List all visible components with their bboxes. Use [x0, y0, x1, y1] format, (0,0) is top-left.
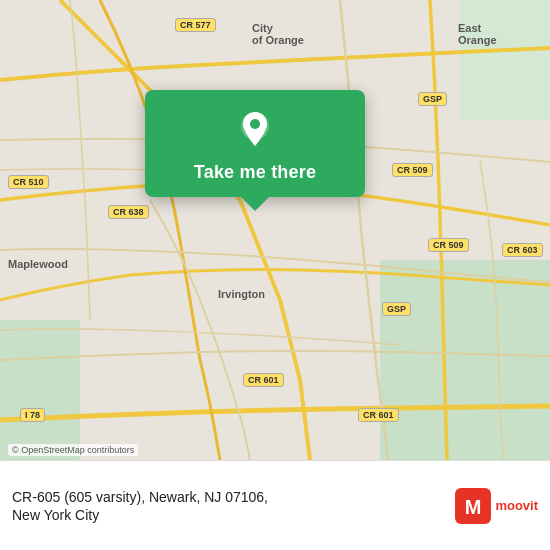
moovit-text: moovit — [495, 498, 538, 513]
road-badge-cr577: CR 577 — [175, 18, 216, 32]
map-container: CR 577 CR 510 CR 638 CR 509 CR 509 CR 60… — [0, 0, 550, 460]
footer: CR-605 (605 varsity), Newark, NJ 07106, … — [0, 460, 550, 550]
svg-point-5 — [250, 119, 260, 129]
place-label-irvington: Irvington — [218, 288, 265, 300]
place-label-maplewood: Maplewood — [8, 258, 68, 270]
map-pin-icon — [233, 108, 277, 152]
road-badge-cr601-2: CR 601 — [358, 408, 399, 422]
road-badge-gsp-1: GSP — [418, 92, 447, 106]
road-badge-cr603: CR 603 — [502, 243, 543, 257]
svg-text:M: M — [465, 496, 482, 518]
footer-text: CR-605 (605 varsity), Newark, NJ 07106, … — [12, 488, 455, 524]
road-badge-cr509-1: CR 509 — [392, 163, 433, 177]
osm-attribution: © OpenStreetMap contributors — [8, 444, 138, 456]
road-badge-cr638: CR 638 — [108, 205, 149, 219]
road-badge-cr601-1: CR 601 — [243, 373, 284, 387]
road-badge-cr509-2: CR 509 — [428, 238, 469, 252]
moovit-icon: M — [455, 488, 491, 524]
road-network — [0, 0, 550, 460]
take-me-there-button[interactable]: Take me there — [194, 162, 316, 183]
place-label-orange: Cityof Orange — [252, 22, 304, 46]
footer-city: New York City — [12, 507, 455, 523]
road-badge-cr510: CR 510 — [8, 175, 49, 189]
moovit-logo: M moovit — [455, 488, 538, 524]
location-card: Take me there — [145, 90, 365, 197]
road-badge-i78: I 78 — [20, 408, 45, 422]
svg-rect-1 — [380, 260, 550, 460]
road-badge-gsp-2: GSP — [382, 302, 411, 316]
footer-address: CR-605 (605 varsity), Newark, NJ 07106, — [12, 488, 455, 508]
place-label-east-orange: EastOrange — [458, 22, 497, 46]
card-pointer — [241, 197, 269, 211]
svg-rect-3 — [460, 0, 550, 120]
svg-rect-2 — [0, 320, 80, 460]
